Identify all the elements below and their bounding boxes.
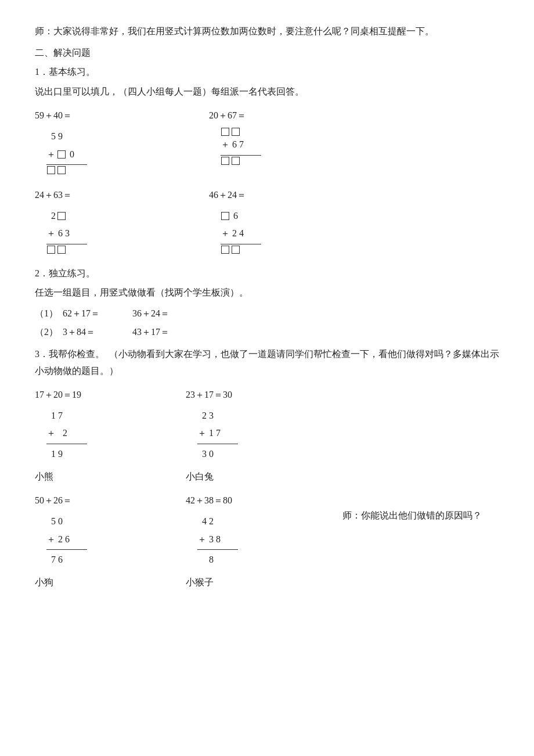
calc-line-3 [46,244,87,244]
eq-17-20: 17＋20＝19 [35,389,81,401]
blank-sq-d [232,128,240,136]
check-col-houzi: 42＋38＝80 4 2 ＋ 3 8 8 小猴子 [186,495,302,595]
animal-xiong: 小熊 [35,471,53,483]
animal-gou: 小狗 [35,577,53,589]
problem-group-2: 24＋63＝ 2 ＋ 6 3 46＋24＝ 6 ＋ 2 4 [35,189,499,260]
c2r3: 3 0 [197,445,238,463]
check-col-xiong: 17＋20＝19 1 7 ＋ 2 1 9 小熊 [35,389,151,489]
c2r2: ＋ 1 7 [197,424,238,442]
blank-sq-a [47,166,55,174]
eq-23-17: 23＋17＝30 [186,389,232,401]
calc-row-12 [221,246,261,254]
c4r1: 4 2 [197,513,238,530]
eq-50-26: 50＋26＝ [35,495,72,507]
animal-baitu: 小白兔 [186,471,214,483]
calc-row-1: 5 9 [46,128,87,145]
calc-row-8: ＋ 6 3 [46,225,87,242]
calc-row-4 [221,128,261,136]
ex-row-2: （2） 3＋84＝ 43＋17＝ [35,323,499,341]
eq-42-38: 42＋38＝80 [186,495,232,507]
calc-row-7: 2 [46,207,87,225]
calc-24-63: 2 ＋ 6 3 [46,207,87,254]
check-group-2: 50＋26＝ 5 0 ＋ 2 6 7 6 小狗 42＋38＝80 4 2 ＋ 3… [35,495,302,595]
animal-houzi: 小猴子 [186,577,214,589]
calc-20-67: ＋ 6 7 [221,128,261,164]
calc-23-17: 2 3 ＋ 1 7 3 0 [197,407,238,463]
ex-row-1-label: （1） 62＋17＝ 36＋24＝ [35,308,169,318]
c1r3: 1 9 [46,445,87,463]
ex-row-1: （1） 62＋17＝ 36＋24＝ [35,304,499,323]
eq-46-24: 46＋24＝ [209,189,246,201]
ex-row-2-label: （2） 3＋84＝ 43＋17＝ [35,327,169,337]
eq-24-63: 24＋63＝ [35,189,72,201]
calc-46-24: 6 ＋ 2 4 [221,207,261,254]
blank-sq-g [57,212,66,220]
c1r2: ＋ 2 [46,424,87,442]
calc-17-20: 1 7 ＋ 2 1 9 [46,407,87,463]
c1r1: 1 7 [46,407,87,424]
blank-sq-j [221,212,229,220]
calc-row-11: ＋ 2 4 [221,225,261,242]
calc-row-5: ＋ 6 7 [221,136,261,153]
section3-desc: （小动物看到大家在学习，也做了一道题请同学们帮忙检查一下，看他们做得对吗？多媒体… [35,349,499,376]
calc-row-9 [46,246,87,254]
blank-sq-f [232,157,240,165]
c4-line [197,549,238,550]
check-group-1: 17＋20＝19 1 7 ＋ 2 1 9 小熊 23＋17＝30 2 3 ＋ 1… [35,389,499,489]
calc-row-3 [46,166,87,174]
c2-line [197,444,238,444]
blank-sq-h [47,246,55,254]
calc-line-2 [221,155,261,156]
exercises-list: （1） 62＋17＝ 36＋24＝ （2） 3＋84＝ 43＋17＝ [35,304,499,341]
calc-row-10: 6 [221,207,261,225]
blank-sq-k [221,246,229,254]
blank-sq-b [57,166,66,174]
problem-col-2b: 46＋24＝ 6 ＋ 2 4 [209,189,337,260]
calc-row-2: ＋ 0 [46,146,87,163]
section2-exercise-title: 2．独立练习。 [35,265,499,282]
calc-59-40: 5 9 ＋ 0 [46,128,87,174]
exercise1-desc: 说出口里可以填几，（四人小组每人一题）每组派一名代表回答。 [35,84,499,100]
section2-title: 二、解决问题 [35,45,499,62]
problem-col-1b: 20＋67＝ ＋ 6 7 [209,110,337,180]
blank-sq-c [221,128,229,136]
c4r3: 8 [197,551,238,568]
c2r1: 2 3 [197,407,238,424]
problem-col-1a: 59＋40＝ 5 9 ＋ 0 [35,110,163,180]
calc-42-38: 4 2 ＋ 3 8 8 [197,513,238,568]
calc-line-4 [221,244,261,244]
teacher-note-right: 师：你能说出他们做错的原因吗？ [342,506,482,525]
blank-sq-e [221,157,229,165]
check-col-gou: 50＋26＝ 5 0 ＋ 2 6 7 6 小狗 [35,495,151,595]
eq-59-40: 59＋40＝ [35,110,72,122]
calc-50-26: 5 0 ＋ 2 6 7 6 [46,513,87,568]
c3r3: 7 6 [46,551,87,568]
check-group-2-outer: 50＋26＝ 5 0 ＋ 2 6 7 6 小狗 42＋38＝80 4 2 ＋ 3… [35,495,499,595]
section2-desc: 任选一组题目，用竖式做做看（找两个学生板演）。 [35,285,499,301]
calc-line-1 [46,164,87,165]
intro-para1: 师：大家说得非常好，我们在用竖式计算两位数加两位数时，要注意什么呢？同桌相互提醒… [35,23,499,40]
section3-title: 3．我帮你检查。 （小动物看到大家在学习，也做了一道题请同学们帮忙检查一下，看他… [35,346,499,380]
c3r2: ＋ 2 6 [46,531,87,548]
blank-sq-l [232,246,240,254]
calc-row-6 [221,157,261,165]
problem-col-2a: 24＋63＝ 2 ＋ 6 3 [35,189,163,260]
check-col-baitu: 23＋17＝30 2 3 ＋ 1 7 3 0 小白兔 [186,389,302,489]
c3r1: 5 0 [46,513,87,530]
c4r2: ＋ 3 8 [197,531,238,548]
blank-sq [57,150,66,159]
problem-group-1: 59＋40＝ 5 9 ＋ 0 20＋67＝ ＋ 6 7 [35,110,499,180]
blank-sq-i [57,246,66,254]
c1-line [46,444,87,444]
exercise1-title: 1．基本练习。 [35,64,499,81]
eq-20-67: 20＋67＝ [209,110,246,122]
c3-line [46,549,87,550]
